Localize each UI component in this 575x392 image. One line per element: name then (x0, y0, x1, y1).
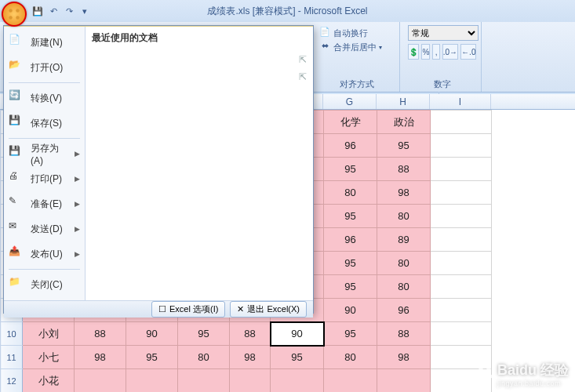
ribbon-group-alignment: 📄自动换行 ⬌合并后居中▾ 对齐方式 (314, 22, 400, 92)
publish-icon: 📤 (9, 245, 26, 263)
menu-item-new[interactable]: 📄新建(N) (4, 30, 85, 55)
cell[interactable]: 95 (324, 252, 377, 275)
cell[interactable]: 88 (377, 322, 431, 346)
row-header[interactable]: 12 (1, 369, 23, 393)
menu-item-open[interactable]: 📂打开(O) (4, 55, 85, 80)
cell[interactable]: 90 (324, 299, 377, 322)
convert-icon: 🔄 (9, 89, 26, 107)
column-header[interactable]: G (323, 94, 377, 109)
cell[interactable]: 98 (377, 346, 431, 369)
options-icon: ☐ (158, 304, 166, 314)
cell[interactable]: 96 (324, 228, 377, 252)
cell[interactable] (178, 369, 230, 393)
increase-decimal-icon[interactable]: .0→ (442, 44, 458, 60)
cell[interactable]: 98 (230, 346, 271, 369)
cell[interactable] (431, 205, 492, 228)
cell[interactable] (431, 228, 492, 252)
menu-item-close[interactable]: 📁关闭(C) (4, 272, 85, 297)
menu-item-saveas[interactable]: 💾另存为(A)▶ (4, 141, 85, 166)
send-icon: ✉ (9, 220, 26, 238)
cell[interactable]: 90 (271, 322, 324, 346)
cell[interactable]: 80 (324, 181, 377, 205)
cell[interactable] (431, 252, 492, 275)
merge-center-button[interactable]: ⬌合并后居中▾ (318, 41, 395, 53)
cell[interactable]: 80 (377, 252, 431, 275)
column-header[interactable]: I (430, 94, 491, 109)
cell[interactable]: 98 (377, 181, 431, 205)
menu-item-prepare[interactable]: ✎准备(E)▶ (4, 191, 85, 216)
cell[interactable] (271, 369, 324, 393)
pin-icon[interactable]: ⇱ (299, 71, 307, 82)
number-format-combo[interactable]: 常规 (408, 25, 479, 41)
exit-excel-button[interactable]: ✕退出 Excel(X) (230, 301, 307, 318)
cell[interactable]: 95 (377, 134, 431, 158)
menu-item-print[interactable]: 🖨打印(P)▶ (4, 166, 85, 191)
menu-item-convert[interactable]: 🔄转换(V) (4, 85, 85, 111)
cell[interactable] (230, 369, 271, 393)
cell[interactable]: 小花 (23, 369, 75, 393)
cell[interactable] (75, 369, 126, 393)
row-header[interactable]: 10 (1, 322, 23, 346)
cell[interactable]: 80 (377, 205, 431, 228)
cell[interactable]: 88 (75, 322, 126, 346)
cell[interactable] (431, 181, 492, 205)
cell[interactable]: 89 (377, 228, 431, 252)
cell[interactable]: 95 (324, 275, 377, 299)
pin-icon[interactable]: ⇱ (299, 54, 307, 65)
cell[interactable]: 98 (75, 346, 126, 369)
new-icon: 📄 (9, 34, 26, 51)
submenu-arrow-icon: ▶ (75, 250, 80, 258)
menu-item-label: 关闭(C) (31, 278, 63, 292)
cell[interactable]: 小七 (23, 346, 75, 369)
decrease-decimal-icon[interactable]: ←.0 (460, 44, 476, 60)
cell[interactable]: 90 (126, 322, 178, 346)
cell[interactable]: 小刘 (23, 322, 75, 346)
comma-icon[interactable]: , (432, 44, 439, 60)
office-button[interactable] (2, 2, 27, 27)
recent-doc-item[interactable]: ⇱ (92, 51, 307, 68)
cell[interactable] (431, 111, 492, 134)
cell[interactable] (431, 134, 492, 158)
svg-point-3 (16, 16, 20, 20)
menu-item-label: 准备(E) (31, 198, 62, 211)
cell[interactable]: 95 (324, 322, 377, 346)
cell[interactable] (431, 299, 492, 322)
wrap-text-button[interactable]: 📄自动换行 (318, 27, 395, 39)
menu-item-publish[interactable]: 📤发布(U)▶ (4, 241, 85, 267)
saveas-icon: 💾 (9, 145, 26, 162)
submenu-arrow-icon: ▶ (75, 225, 80, 233)
percent-icon[interactable]: % (421, 44, 430, 60)
cell[interactable]: 95 (324, 205, 377, 228)
cell[interactable]: 95 (271, 346, 324, 369)
recent-doc-item[interactable]: ⇱ (92, 68, 307, 85)
cell[interactable]: 88 (230, 322, 271, 346)
excel-options-button[interactable]: ☐Excel 选项(I) (151, 301, 225, 318)
cell[interactable]: 95 (126, 346, 178, 369)
column-header[interactable]: H (377, 94, 430, 109)
watermark: Baidu 经验 jingyan.baidu.com (475, 361, 569, 387)
currency-icon[interactable]: 💲 (408, 44, 419, 60)
cell[interactable] (377, 369, 431, 393)
cell[interactable]: 政治 (377, 111, 431, 134)
cell[interactable]: 95 (178, 322, 230, 346)
cell[interactable] (126, 369, 178, 393)
cell[interactable]: 80 (377, 275, 431, 299)
recent-docs-header: 最近使用的文档 (92, 31, 307, 45)
menu-item-send[interactable]: ✉发送(D)▶ (4, 216, 85, 241)
cell[interactable]: 96 (377, 299, 431, 322)
cell[interactable] (431, 322, 492, 346)
row-header[interactable]: 11 (1, 346, 23, 369)
cell[interactable] (431, 275, 492, 299)
group-label-alignment: 对齐方式 (314, 78, 399, 90)
cell[interactable]: 80 (178, 346, 230, 369)
cell[interactable]: 88 (377, 158, 431, 181)
cell[interactable] (431, 158, 492, 181)
cell[interactable]: 96 (324, 134, 377, 158)
paw-icon (475, 365, 494, 383)
svg-point-0 (9, 9, 13, 13)
menu-item-save[interactable]: 💾保存(S) (4, 111, 85, 136)
cell[interactable] (324, 369, 377, 393)
cell[interactable]: 95 (324, 158, 377, 181)
cell[interactable]: 80 (324, 346, 377, 369)
cell[interactable]: 化学 (324, 111, 377, 134)
